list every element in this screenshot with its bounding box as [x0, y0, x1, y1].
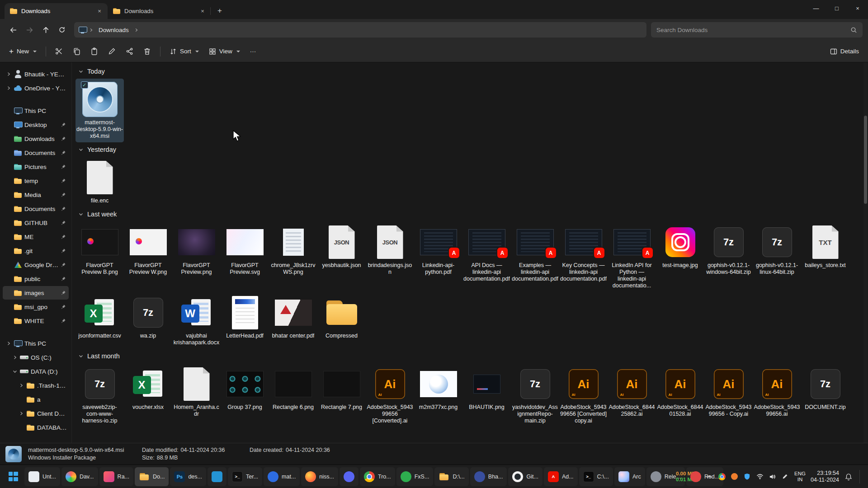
file-item-homem-aranha-cdr[interactable]: Homem_Aranha.cdr — [172, 363, 221, 420]
taskbar-app-fxsound[interactable]: FxS... — [396, 467, 434, 486]
sidebar-item-client-data[interactable]: Client DATA — [3, 407, 69, 420]
file-item-flavorgpt-preview-svg[interactable]: FlavorGPT Preview.svg — [221, 221, 269, 278]
file-item-test-image-jpg[interactable]: test-image.jpg — [656, 221, 704, 272]
up-button[interactable] — [38, 22, 53, 38]
sidebar-item-documents[interactable]: Documents — [3, 202, 69, 216]
search-box[interactable] — [651, 22, 863, 38]
file-item-mattermost-desktop-5-9-0-win-x64-msi[interactable]: ✓mattermost-desktop-5.9.0-win-x64.msi — [75, 79, 124, 142]
taskbar-app-explorer[interactable]: Do... — [135, 467, 169, 486]
file-item-yesbhautik-json[interactable]: JSONyesbhautik.json — [317, 221, 366, 272]
taskbar-app-raycast[interactable]: Ra... — [99, 467, 133, 486]
file-item-key-concepts-linkedin-api-documentation-pdf[interactable]: AKey Concepts — linkedin-api documentati… — [559, 221, 608, 285]
breadcrumb-downloads[interactable]: Downloads — [95, 25, 132, 35]
chevron-right-icon[interactable] — [18, 382, 24, 389]
chevron-right-icon[interactable] — [5, 340, 12, 347]
file-item-linkedin-api-for-python-linkedin-api-documentatio[interactable]: ALinkedIn API for Python — linkedin-api … — [608, 221, 656, 292]
start-button[interactable] — [3, 467, 24, 486]
minimize-button[interactable]: — — [806, 0, 826, 16]
file-item-flavorgpt-preview-png[interactable]: FlavorGPT Preview.png — [172, 221, 221, 278]
more-options-button[interactable]: ··· — [245, 44, 261, 59]
file-item-m2m377xc-png[interactable]: m2m377xc.png — [414, 363, 462, 413]
file-item-wa-zip[interactable]: 7zwa.zip — [124, 292, 172, 342]
chevron-right-icon[interactable] — [18, 410, 24, 417]
sidebar-item-trash-1000[interactable]: .Trash-1000 — [3, 379, 69, 392]
file-item-bhatar-center-pdf[interactable]: bhatar center.pdf — [269, 292, 317, 342]
taskbar-app-cmd[interactable]: >_C:\... — [579, 467, 613, 486]
taskbar-app-davinci[interactable]: Dav... — [61, 467, 98, 486]
chrome-icon[interactable] — [717, 472, 726, 481]
file-item-api-docs-linkedin-api-documentation-pdf[interactable]: AAPI Docs — linkedin-api documentation.p… — [462, 221, 511, 285]
taskbar-app-folder2[interactable]: D:\... — [434, 467, 468, 486]
shield-icon[interactable] — [743, 472, 751, 481]
file-area[interactable]: Today✓mattermost-desktop-5.9.0-win-x64.m… — [71, 62, 868, 443]
taskbar-app-discord[interactable] — [340, 467, 359, 486]
tab-close-button[interactable]: × — [198, 7, 207, 16]
tab-2-downloads[interactable]: Downloads× — [108, 3, 211, 19]
sidebar-item-temp[interactable]: temp — [3, 174, 69, 188]
sidebar-item-google-drive[interactable]: Google Drive — [3, 258, 69, 272]
tab-1-downloads[interactable]: Downloads× — [5, 3, 108, 19]
sidebar-item-documents[interactable]: Documents — [3, 146, 69, 160]
paw-icon[interactable] — [730, 472, 739, 481]
file-item-file-enc[interactable]: file.enc — [75, 157, 124, 207]
file-item-letterhead-pdf[interactable]: LetterHead.pdf — [221, 292, 269, 342]
sidebar-item-onedrive-yese[interactable]: OneDrive - YESE — [3, 81, 69, 95]
back-button[interactable] — [5, 22, 21, 38]
sidebar-item-this-pc[interactable]: This PC — [3, 104, 69, 117]
sidebar-item-white[interactable]: WHITE — [3, 314, 69, 328]
sidebar-item-this-pc[interactable]: This PC — [3, 337, 69, 350]
search-input[interactable] — [656, 27, 847, 33]
share-button[interactable] — [121, 44, 138, 59]
taskbar-app-arc[interactable]: Arc — [614, 467, 645, 486]
file-item-gophish-v0-12-1-windows-64bit-zip[interactable]: 7zgophish-v0.12.1-windows-64bit.zip — [704, 221, 753, 278]
file-item-rectangle-6-png[interactable]: Rectangle 6.png — [269, 363, 317, 413]
file-item-adobestock-684401528-ai[interactable]: AiAIAdobeStock_684401528.ai — [656, 363, 704, 420]
chevron-up-icon[interactable] — [705, 472, 713, 481]
chevron-down-icon[interactable] — [12, 368, 18, 375]
section-header[interactable]: Yesterday — [75, 142, 862, 157]
file-item-document-zip[interactable]: 7zDOCUMENT.zip — [801, 363, 849, 413]
sidebar-item-me[interactable]: ME — [3, 230, 69, 244]
sidebar-item-github[interactable]: GITHUB — [3, 216, 69, 230]
taskbar-app-vscode[interactable] — [208, 467, 226, 486]
refresh-button[interactable] — [54, 22, 70, 38]
taskbar-app-chrome[interactable]: Tro... — [360, 467, 395, 486]
new-button[interactable]: + New — [5, 44, 41, 59]
rename-button[interactable] — [104, 44, 120, 59]
sidebar-item-media[interactable]: Media — [3, 188, 69, 202]
volume-icon[interactable] — [768, 472, 777, 481]
section-header[interactable]: Last week — [75, 207, 862, 221]
file-item-adobestock-594399656-copy-ai[interactable]: AiAIAdobeStock_594399656 - Copy.ai — [704, 363, 753, 420]
taskbar-app-infoapp[interactable]: Bha... — [470, 467, 507, 486]
section-header[interactable]: Last month — [75, 349, 862, 363]
file-item-chrome-j8sk1zrvws-png[interactable]: chrome_J8sk1zrvWS.png — [269, 221, 317, 278]
chevron-right-icon[interactable] — [5, 71, 12, 77]
checkbox-checked-icon[interactable]: ✓ — [81, 81, 88, 89]
file-item-flavorgpt-preview-w-png[interactable]: FlavorGPT Preview W.png — [124, 221, 172, 278]
file-item-flavorgpt-preview-b-png[interactable]: FlavorGPT Preview B.png — [75, 221, 124, 278]
file-item-jsonformatter-csv[interactable]: Xjsonformatter.csv — [75, 292, 124, 342]
file-item-bhautik-png[interactable]: BHAUTIK.png — [462, 363, 511, 413]
tab-close-button[interactable]: × — [95, 7, 104, 16]
paste-button[interactable] — [86, 44, 103, 59]
sidebar-item-images[interactable]: images — [3, 286, 69, 300]
file-item-compressed[interactable]: Compressed — [317, 292, 366, 342]
sort-button[interactable]: Sort — [165, 44, 203, 59]
taskbar-app-photoshop[interactable]: Psdes... — [170, 467, 206, 486]
sidebar-item-downloads[interactable]: Downloads — [3, 132, 69, 145]
address-bar[interactable]: Downloads — [74, 22, 646, 38]
details-pane-button[interactable]: Details — [826, 44, 863, 59]
chevron-right-icon[interactable] — [5, 85, 12, 91]
file-item-saveweb2zip-com-www-harness-io-zip[interactable]: 7zsaveweb2zip-com-www-harness-io.zip — [75, 363, 124, 427]
sidebar-item-os-c[interactable]: OS (C:) — [3, 351, 69, 364]
cut-button[interactable] — [51, 44, 67, 59]
file-item-yashvidotdev-assignmentrepo-main-zip[interactable]: 7zyashvidotdev_AssignmentRepo-main.zip — [511, 363, 559, 427]
file-item-gophish-v0-12-1-linux-64bit-zip[interactable]: 7zgophish-v0.12.1-linux-64bit.zip — [753, 221, 801, 278]
file-item-examples-linkedin-api-documentation-pdf[interactable]: AExamples — linkedin-api documentation.p… — [511, 221, 559, 285]
sidebar-item-public[interactable]: public — [3, 272, 69, 286]
copy-button[interactable] — [68, 44, 85, 59]
sidebar-item-desktop[interactable]: Desktop — [3, 118, 69, 131]
close-button[interactable]: × — [847, 0, 868, 16]
file-item-brindadesings-json[interactable]: JSONbrindadesings.json — [366, 221, 414, 278]
file-item-adobestock-594399656-converted-copy-ai[interactable]: AiAIAdobeStock_594399656 [Converted] cop… — [559, 363, 608, 427]
